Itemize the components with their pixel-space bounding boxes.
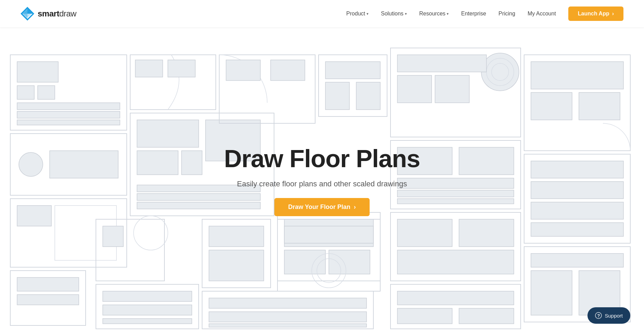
svg-rect-68 <box>531 271 572 315</box>
svg-point-45 <box>481 53 519 91</box>
launch-app-button[interactable]: Launch App › <box>568 7 623 21</box>
svg-rect-73 <box>397 250 514 274</box>
svg-rect-86 <box>209 298 367 308</box>
support-question-icon: ? <box>595 312 602 319</box>
svg-rect-59 <box>531 92 572 120</box>
svg-rect-75 <box>397 291 514 305</box>
svg-rect-48 <box>397 55 486 72</box>
svg-rect-62 <box>531 161 623 178</box>
nav-my-account[interactable]: My Account <box>528 11 556 17</box>
svg-rect-41 <box>325 62 380 79</box>
svg-rect-50 <box>435 75 469 103</box>
resources-chevron-icon: ▾ <box>447 12 449 16</box>
nav-solutions[interactable]: Solutions ▾ <box>381 11 407 17</box>
svg-rect-42 <box>325 82 349 110</box>
nav-product[interactable]: Product ▾ <box>346 11 369 17</box>
svg-rect-7 <box>17 103 120 110</box>
svg-rect-21 <box>168 60 195 77</box>
svg-rect-35 <box>103 305 192 315</box>
svg-point-32 <box>134 216 168 250</box>
svg-rect-81 <box>329 250 370 274</box>
svg-rect-77 <box>459 308 514 324</box>
support-button[interactable]: ? Support <box>587 307 630 324</box>
svg-rect-31 <box>103 226 123 247</box>
svg-point-11 <box>19 152 43 176</box>
svg-rect-23 <box>137 120 199 147</box>
svg-rect-34 <box>103 291 192 301</box>
svg-rect-6 <box>38 86 55 99</box>
svg-rect-8 <box>17 111 120 118</box>
svg-rect-36 <box>103 319 192 324</box>
svg-rect-60 <box>579 92 620 120</box>
svg-rect-84 <box>209 250 264 281</box>
svg-rect-43 <box>356 82 380 110</box>
svg-rect-63 <box>531 182 623 199</box>
svg-rect-71 <box>397 219 452 247</box>
launch-arrow-icon: › <box>612 11 614 17</box>
svg-rect-76 <box>397 308 452 324</box>
svg-rect-58 <box>531 62 623 89</box>
svg-rect-17 <box>17 277 79 291</box>
hero-section: Draw Floor Plans Easily create floor pla… <box>0 27 644 334</box>
logo[interactable]: smartdraw <box>21 7 76 21</box>
svg-rect-80 <box>284 250 325 274</box>
svg-rect-85 <box>202 291 373 329</box>
svg-rect-20 <box>135 60 163 77</box>
hero-content: Draw Floor Plans Easily create floor pla… <box>224 145 420 216</box>
svg-rect-5 <box>17 86 34 99</box>
product-chevron-icon: ▾ <box>367 12 369 16</box>
nav-enterprise[interactable]: Enterprise <box>461 11 486 17</box>
svg-rect-53 <box>459 147 514 175</box>
svg-rect-72 <box>459 219 514 247</box>
svg-rect-90 <box>284 226 373 243</box>
svg-rect-14 <box>17 206 51 226</box>
hero-title: Draw Floor Plans <box>224 145 420 172</box>
svg-rect-83 <box>209 226 264 247</box>
nav-pricing[interactable]: Pricing <box>498 11 515 17</box>
svg-rect-9 <box>17 120 120 125</box>
solutions-chevron-icon: ▾ <box>405 12 407 16</box>
svg-rect-25 <box>182 151 202 175</box>
draw-floor-plan-button[interactable]: Draw Your Floor Plan › <box>274 198 369 216</box>
svg-rect-65 <box>531 223 623 236</box>
hero-subtitle: Easily create floor plans and other scal… <box>237 180 407 188</box>
svg-rect-87 <box>209 312 367 322</box>
svg-rect-67 <box>531 253 623 267</box>
svg-rect-39 <box>271 60 305 81</box>
logo-text: smartdraw <box>38 9 76 18</box>
svg-rect-49 <box>397 75 432 103</box>
main-nav: Product ▾ Solutions ▾ Resources ▾ Enterp… <box>346 7 623 21</box>
cta-arrow-icon: › <box>354 203 356 211</box>
svg-rect-38 <box>226 60 260 81</box>
svg-rect-64 <box>531 202 623 219</box>
svg-rect-12 <box>50 151 118 178</box>
svg-rect-4 <box>17 62 58 82</box>
nav-resources[interactable]: Resources ▾ <box>419 11 449 17</box>
svg-rect-88 <box>209 324 367 327</box>
svg-rect-18 <box>17 295 79 305</box>
site-header: smartdraw Product ▾ Solutions ▾ Resource… <box>0 0 644 27</box>
logo-icon <box>21 7 34 21</box>
svg-rect-24 <box>137 151 178 175</box>
